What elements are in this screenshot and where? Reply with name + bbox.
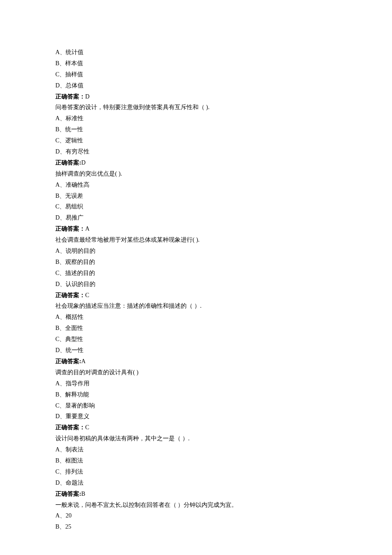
question-text: 调查的目的对调查的设计具有( ) (55, 367, 337, 378)
option: D、总体值 (55, 80, 337, 91)
answer-value: D (81, 159, 86, 166)
answer-label: 正确答案: (55, 491, 81, 497)
document-content: A、统计值 B、样本值 C、抽样值 D、总体值 正确答案：D 问卷答案的设计，特… (55, 47, 337, 532)
question-text: 问卷答案的设计，特别要注意做到使答案具有互斥性和（ ). (55, 102, 337, 113)
answer-label: 正确答案: (55, 159, 81, 166)
answer-line: 正确答案：A (55, 223, 337, 234)
option: B、观察的目的 (55, 257, 337, 268)
option: B、解释功能 (55, 389, 337, 400)
option: C、描述的目的 (55, 268, 337, 279)
question-block-1: A、统计值 B、样本值 C、抽样值 D、总体值 正确答案：D (55, 47, 337, 102)
answer-label: 正确答案: (55, 358, 81, 364)
answer-value: D (85, 93, 89, 100)
question-text: 社会调查最经常地被用于对某些总体或某种现象进行( ). (55, 234, 337, 246)
answer-value: C (85, 292, 89, 298)
answer-line: 正确答案:D (55, 157, 337, 168)
option: B、25 (55, 521, 337, 532)
question-text: 一般来说，问卷不宜太长,以控制在回答者在（ ）分钟以内完成为宜。 (55, 500, 337, 511)
option: C、排列法 (55, 466, 337, 477)
option: B、框图法 (55, 455, 337, 466)
answer-line: 正确答案：D (55, 91, 337, 102)
answer-line: 正确答案:A (55, 356, 337, 367)
answer-line: 正确答案：C (55, 290, 337, 301)
option: B、全面性 (55, 323, 337, 334)
question-block-2: 问卷答案的设计，特别要注意做到使答案具有互斥性和（ ). A、标准性 B、统一性… (55, 102, 337, 168)
option: A、20 (55, 510, 337, 521)
answer-value: A (85, 225, 89, 232)
question-text: 社会现象的描述应当注意：描述的准确性和描述的（ ）. (55, 301, 337, 312)
option: A、制表法 (55, 444, 337, 455)
option: B、统一性 (55, 124, 337, 135)
question-text: 抽样调查的突出优点是( ). (55, 168, 337, 179)
option: D、命题法 (55, 477, 337, 489)
question-block-6: 调查的目的对调查的设计具有( ) A、指导作用 B、解释功能 C、显著的影响 D… (55, 367, 337, 433)
option: C、抽样值 (55, 69, 337, 80)
option: D、认识的目的 (55, 279, 337, 290)
answer-value: A (81, 358, 86, 364)
answer-line: 正确答案:B (55, 489, 337, 500)
option: B、无误差 (55, 191, 337, 202)
answer-label: 正确答案： (55, 292, 85, 298)
option: A、说明的目的 (55, 246, 337, 257)
option: D、易推广 (55, 212, 337, 223)
answer-line: 正确答案：C (55, 422, 337, 433)
answer-value: C (85, 424, 89, 431)
option: A、统计值 (55, 47, 337, 58)
question-block-8: 一般来说，问卷不宜太长,以控制在回答者在（ ）分钟以内完成为宜。 A、20 B、… (55, 500, 337, 533)
question-text: 设计问卷初稿的具体做法有两种，其中之一是（ ）. (55, 433, 337, 444)
question-block-7: 设计问卷初稿的具体做法有两种，其中之一是（ ）. A、制表法 B、框图法 C、排… (55, 433, 337, 499)
question-block-3: 抽样调查的突出优点是( ). A、准确性高 B、无误差 C、易组织 D、易推广 … (55, 168, 337, 234)
option: D、有穷尽性 (55, 146, 337, 157)
option: A、指导作用 (55, 378, 337, 389)
answer-label: 正确答案： (55, 93, 85, 100)
question-block-5: 社会现象的描述应当注意：描述的准确性和描述的（ ）. A、概括性 B、全面性 C… (55, 301, 337, 367)
option: B、样本值 (55, 58, 337, 69)
option: A、概括性 (55, 312, 337, 323)
answer-label: 正确答案： (55, 225, 85, 232)
option: D、统一性 (55, 345, 337, 356)
option: D、重要意义 (55, 411, 337, 422)
answer-label: 正确答案： (55, 424, 85, 431)
option: C、显著的影响 (55, 400, 337, 411)
option: C、逻辑性 (55, 135, 337, 146)
option: A、准确性高 (55, 179, 337, 191)
option: A、标准性 (55, 113, 337, 124)
option: C、易组织 (55, 201, 337, 212)
option: C、典型性 (55, 334, 337, 345)
answer-value: B (81, 491, 85, 497)
question-block-4: 社会调查最经常地被用于对某些总体或某种现象进行( ). A、说明的目的 B、观察… (55, 234, 337, 301)
